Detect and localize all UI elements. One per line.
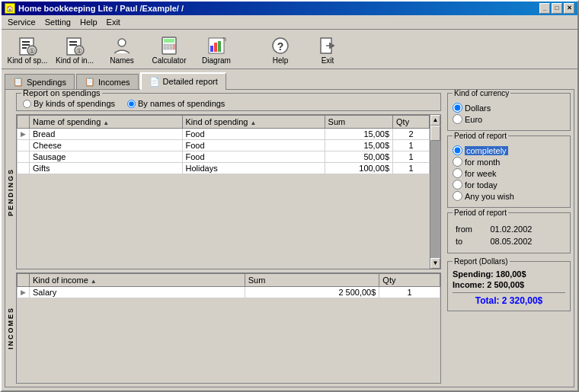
- main-window: 🏠 Home bookkeeping Lite / Paul /Example/…: [0, 0, 579, 392]
- help-icon: ?: [270, 35, 291, 56]
- toolbar-names[interactable]: Names: [99, 33, 145, 67]
- svg-rect-24: [218, 41, 221, 52]
- menu-bar: Service Setting Help Exit: [2, 15, 577, 30]
- svg-point-11: [118, 39, 126, 46]
- row-sum: 15,00$: [325, 129, 392, 140]
- toolbar-diagram[interactable]: Diagram: [194, 33, 239, 67]
- col-kind-header: Kind of spending ▲: [182, 116, 325, 129]
- spendings-tab-icon: 📋: [13, 77, 24, 87]
- period-completely-input[interactable]: [453, 145, 462, 155]
- from-date: 01.02.2002: [488, 224, 564, 234]
- close-button[interactable]: ✕: [564, 3, 574, 14]
- summary-spending: Spending: 180,00$: [453, 269, 565, 279]
- tab-detailed-report[interactable]: 📄 Detailed report: [140, 72, 226, 90]
- period-completely[interactable]: completely: [453, 145, 565, 155]
- kind-income-icon: ①: [64, 35, 85, 56]
- svg-rect-7: [69, 41, 77, 43]
- toolbar-names-label: Names: [110, 56, 134, 65]
- svg-text:①: ①: [29, 47, 35, 55]
- toolbar-calculator-label: Calculator: [152, 56, 186, 65]
- tab-spendings[interactable]: 📋 Spendings: [5, 74, 75, 89]
- period-today[interactable]: for today: [453, 180, 565, 190]
- radio-by-kinds[interactable]: By kinds of spendings: [23, 99, 115, 108]
- period-dates-box: Period of report from 01.02.2002 to 08.0…: [447, 212, 571, 253]
- toolbar-help[interactable]: ? Help: [258, 33, 303, 67]
- period-month-label: for month: [465, 158, 500, 167]
- col-qty-header: Qty: [393, 116, 430, 129]
- menu-exit[interactable]: Exit: [102, 16, 125, 28]
- row-name: Sausage: [30, 151, 183, 163]
- incomes-tab-label: Incomes: [98, 78, 130, 87]
- currency-dollars[interactable]: Dollars: [453, 103, 565, 113]
- toolbar-diagram-label: Diagram: [202, 56, 231, 65]
- spendings-tab-label: Spendings: [27, 78, 66, 87]
- toolbar-kind-spending[interactable]: ① Kind of sp...: [5, 33, 50, 67]
- currency-euro[interactable]: Euro: [453, 114, 565, 124]
- row-indicator: [18, 163, 30, 174]
- table-row[interactable]: Gifts Holidays 100,00$ 1: [18, 163, 430, 174]
- period-week-input[interactable]: [453, 168, 462, 178]
- col-kind-income-header: Kind of income ▲: [30, 274, 245, 287]
- spendings-scrollbar[interactable]: ▲ ▼: [430, 115, 440, 269]
- scroll-thumb[interactable]: [430, 126, 440, 141]
- toolbar-kind-income[interactable]: ① Kind of in...: [52, 33, 98, 67]
- to-label: to: [454, 236, 487, 247]
- maximize-button[interactable]: □: [552, 3, 562, 14]
- period-month-input[interactable]: [453, 157, 462, 167]
- exit-icon: [317, 35, 338, 56]
- toolbar-kind-income-label: Kind of in...: [56, 56, 94, 65]
- radio-by-names[interactable]: By names of spendings: [127, 99, 225, 108]
- currency-euro-input[interactable]: [453, 114, 462, 124]
- minimize-button[interactable]: _: [539, 3, 550, 14]
- svg-rect-3: [22, 47, 27, 49]
- menu-help[interactable]: Help: [75, 16, 102, 28]
- menu-setting[interactable]: Setting: [40, 16, 75, 28]
- svg-rect-13: [164, 39, 174, 43]
- title-controls: _ □ ✕: [539, 3, 574, 14]
- window-title: Home bookkeeping Lite / Paul /Example/ /: [18, 4, 184, 13]
- period-week-label: for week: [465, 169, 497, 178]
- toolbar-calculator[interactable]: Calculator: [146, 33, 192, 67]
- tab-incomes[interactable]: 📋 Incomes: [76, 74, 139, 89]
- to-date: 08.05.2002: [488, 236, 564, 247]
- period-week[interactable]: for week: [453, 168, 565, 178]
- svg-rect-19: [170, 47, 172, 49]
- currency-dollars-input[interactable]: [453, 103, 462, 113]
- period-today-input[interactable]: [453, 180, 462, 190]
- toolbar-exit[interactable]: Exit: [305, 33, 350, 67]
- period-box: Period of report completely for month fo…: [447, 135, 571, 208]
- period-dates-title: Period of report: [453, 209, 508, 217]
- svg-rect-1: [22, 41, 30, 43]
- scroll-up-btn[interactable]: ▲: [430, 115, 440, 126]
- table-row[interactable]: Cheese Food 15,00$ 1: [18, 140, 430, 151]
- period-month[interactable]: for month: [453, 157, 565, 167]
- table-row[interactable]: Sausage Food 50,00$ 1: [18, 151, 430, 163]
- toolbar-help-label: Help: [273, 56, 289, 65]
- currency-box: Kind of currency Dollars Euro: [447, 93, 571, 131]
- radio-by-kinds-label: By kinds of spendings: [34, 99, 115, 108]
- col-sum-income-header: Sum: [245, 274, 379, 287]
- radio-by-kinds-input[interactable]: [23, 100, 31, 108]
- menu-service[interactable]: Service: [3, 16, 40, 28]
- scroll-down-btn[interactable]: ▼: [430, 258, 440, 269]
- detailed-report-tab-icon: 📄: [149, 77, 160, 87]
- diagram-icon: [206, 35, 227, 56]
- incomes-table: Kind of income ▲ Sum Qty: [17, 273, 440, 298]
- table-row[interactable]: ▶ Bread Food 15,00$ 2: [18, 129, 430, 140]
- period-anywish-label: Any you wish: [465, 192, 514, 201]
- row-kind: Food: [182, 129, 325, 140]
- svg-rect-2: [22, 44, 30, 46]
- col-qty-income-header: Qty: [379, 274, 440, 287]
- summary-total: Total: 2 320,00$: [453, 292, 565, 306]
- table-row[interactable]: ▶ Salary 2 500,00$ 1: [18, 287, 440, 298]
- radio-by-names-input[interactable]: [127, 100, 136, 108]
- spendings-table: Name of spending ▲ Kind of spending ▲ Su…: [17, 115, 430, 174]
- col-sum-header: Sum: [325, 116, 392, 129]
- period-today-label: for today: [465, 180, 497, 190]
- period-anywish-input[interactable]: [453, 191, 462, 201]
- row-indicator: [18, 140, 30, 151]
- period-anywish[interactable]: Any you wish: [453, 191, 565, 201]
- svg-rect-15: [167, 44, 169, 46]
- main-content: Report on spendings By kinds of spending…: [5, 89, 574, 387]
- row-name: Cheese: [30, 140, 183, 151]
